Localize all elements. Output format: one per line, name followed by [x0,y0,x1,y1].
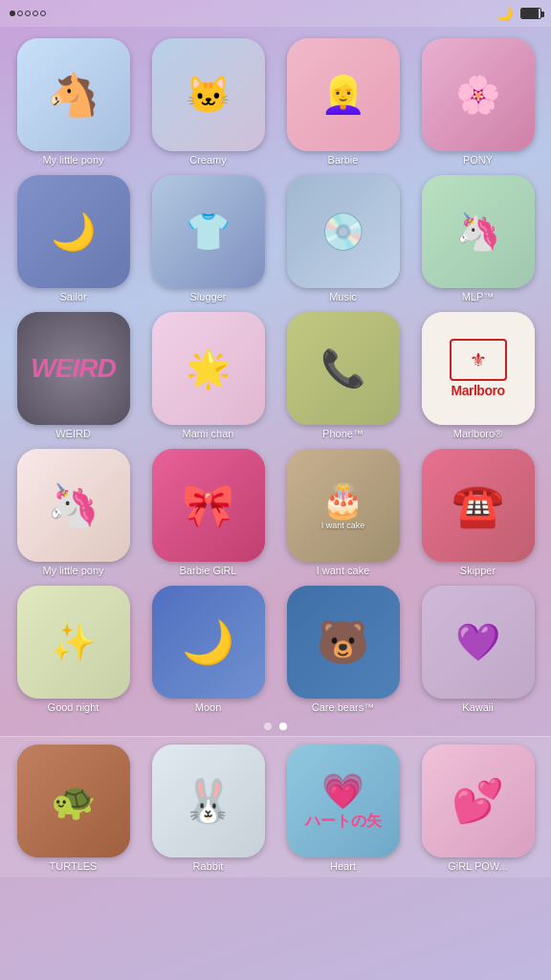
app-label-turtles: TURTLES [50,860,98,872]
app-item-carebears[interactable]: 🐻Care bears™ [279,586,407,713]
dock: 🐢TURTLES🐰Rabbit 💗 ハートの矢 Heart💕GiRL POW..… [0,736,551,878]
app-icon-inner-kawaii: 💜 [422,586,535,699]
status-right: 🌙 [496,6,541,21]
app-label-barbie-girl: Barbie GiRL [180,565,237,576]
signal-dot-1 [10,11,15,16]
status-left [10,11,54,16]
app-icon-inner-mlp: 🦄 [422,175,535,288]
app-label-pony: PONY [463,154,493,166]
app-item-mlp[interactable]: 🦄MLP™ [414,175,541,302]
app-icon-my-little-pony: 🐴 [17,38,130,151]
status-bar: 🌙 [0,0,551,27]
app-label-skipper: Skipper [460,565,496,576]
app-item-skipper[interactable]: ☎️Skipper [414,449,541,576]
app-icon-slugger: 👕 [152,175,265,288]
app-icon-sailor: 🌙 [17,175,130,288]
app-item-my-little-pony2[interactable]: 🦄My little pony [10,449,137,576]
app-item-sailor[interactable]: 🌙Sailor [10,175,137,302]
app-item-creamy[interactable]: 🐱Creamy [144,38,272,166]
dock-grid: 🐢TURTLES🐰Rabbit 💗 ハートの矢 Heart💕GiRL POW..… [10,745,541,872]
app-icon-turtles: 🐢 [17,745,130,858]
app-label-carebears: Care bears™ [312,702,374,713]
app-icon-cake: 🎂 I want cake [287,449,400,562]
app-icon-girl-pow: 💕 [422,745,535,858]
app-label-mlp: MLP™ [462,291,495,302]
signal-dot-5 [40,11,46,16]
app-page-1: 🐴My little pony🐱Creamy👱‍♀️Barbie🌸PONY🌙Sa… [0,27,551,717]
app-item-goodnight[interactable]: ✨Good night [10,586,137,713]
signal-dot-2 [17,11,23,16]
app-icon-inner-barbie: 👱‍♀️ [287,38,400,151]
app-item-weird[interactable]: WEIRDWEIRD [10,312,137,439]
app-icon-music: 💿 [287,175,400,288]
app-icon-inner-mami: 🌟 [152,312,265,425]
app-item-my-little-pony[interactable]: 🐴My little pony [10,38,137,166]
app-icon-carebears: 🐻 [287,586,400,699]
app-item-slugger[interactable]: 👕Slugger [144,175,272,302]
app-icon-marlboro: ⚜ Marlboro [422,312,535,425]
signal-dot-3 [25,11,31,16]
app-icon-mami: 🌟 [152,312,265,425]
app-item-pony[interactable]: 🌸PONY [414,38,541,166]
battery-fill [521,9,539,18]
app-icon-inner-phone: 📞 [287,312,400,425]
app-label-cake: I want cake [317,565,370,576]
page-dot-1[interactable] [264,723,272,730]
app-label-mami: Mami chan [183,428,234,439]
app-label-weird: WEIRD [55,428,91,439]
moon-icon: 🌙 [496,6,513,21]
app-label-goodnight: Good night [48,702,99,713]
battery-icon [520,8,541,19]
app-icon-moon: 🌙 [152,586,265,699]
app-icon-inner-slugger: 👕 [152,175,265,288]
app-icon-goodnight: ✨ [17,586,130,699]
app-icon-kawaii: 💜 [422,586,535,699]
app-label-creamy: Creamy [189,154,227,166]
app-label-my-little-pony2: My little pony [42,565,103,576]
app-icon-weird: WEIRD [17,312,130,425]
app-icon-barbie: 👱‍♀️ [287,38,400,151]
app-label-rabbit: Rabbit [193,860,224,872]
app-icon-inner-sailor: 🌙 [17,175,130,288]
app-item-girl-pow[interactable]: 💕GiRL POW... [414,745,541,872]
app-item-cake[interactable]: 🎂 I want cake I want cake [279,449,407,576]
app-icon-barbie-girl: 🎀 [152,449,265,562]
app-label-barbie: Barbie [328,154,359,166]
app-item-phone[interactable]: 📞Phone™ [279,312,407,439]
app-icon-rabbit: 🐰 [152,745,265,858]
app-label-girl-pow: GiRL POW... [448,860,508,872]
page-dots [0,717,551,736]
app-icon-mlp: 🦄 [422,175,535,288]
app-item-kawaii[interactable]: 💜Kawaii [414,586,541,713]
app-label-moon: Moon [195,702,222,713]
app-item-turtles[interactable]: 🐢TURTLES [10,745,137,872]
app-icon-skipper: ☎️ [422,449,535,562]
app-item-mami[interactable]: 🌟Mami chan [144,312,272,439]
app-label-kawaii: Kawaii [462,702,493,713]
app-grid: 🐴My little pony🐱Creamy👱‍♀️Barbie🌸PONY🌙Sa… [10,34,541,717]
app-item-music[interactable]: 💿Music [279,175,407,302]
app-item-heart[interactable]: 💗 ハートの矢 Heart [279,745,407,872]
app-label-slugger: Slugger [190,291,227,302]
app-icon-inner-creamy: 🐱 [152,38,265,151]
app-item-marlboro[interactable]: ⚜ Marlboro Marlboro® [414,312,541,439]
app-label-marlboro: Marlboro® [453,428,503,439]
app-label-heart: Heart [330,860,356,872]
app-item-barbie[interactable]: 👱‍♀️Barbie [279,38,407,166]
app-item-rabbit[interactable]: 🐰Rabbit [144,745,272,872]
app-icon-my-little-pony2: 🦄 [17,449,130,562]
app-label-my-little-pony: My little pony [42,154,103,166]
app-label-music: Music [329,291,357,302]
signal-dot-4 [33,11,38,16]
app-icon-inner-pony: 🌸 [422,38,535,151]
app-item-barbie-girl[interactable]: 🎀Barbie GiRL [144,449,272,576]
app-icon-heart: 💗 ハートの矢 [287,745,400,858]
app-icon-creamy: 🐱 [152,38,265,151]
app-icon-phone: 📞 [287,312,400,425]
app-label-phone: Phone™ [322,428,364,439]
app-label-sailor: Sailor [59,291,86,302]
page-dot-2[interactable] [279,723,287,730]
signal-indicator [10,11,46,16]
app-item-moon[interactable]: 🌙Moon [144,586,272,713]
app-icon-inner-goodnight: ✨ [17,586,130,699]
